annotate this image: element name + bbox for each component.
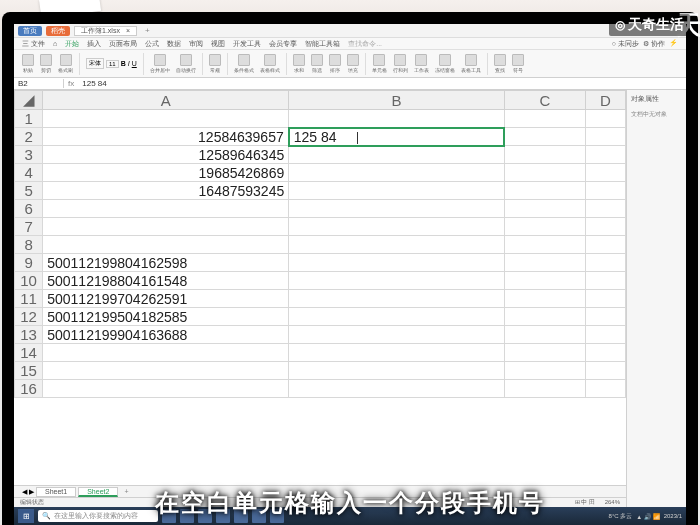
cell[interactable] [504,182,585,200]
tools-icon[interactable] [465,54,477,66]
select-all-corner[interactable]: ◢ [15,91,43,110]
cell[interactable] [585,200,625,218]
cell[interactable] [289,200,505,218]
cell[interactable] [289,254,505,272]
cell[interactable] [504,146,585,164]
cell[interactable] [289,146,505,164]
cell-B2-selected[interactable]: 125 84 [289,128,505,146]
cell-A9[interactable]: 500112199804162598 [43,254,289,272]
sheet-icon[interactable] [415,54,427,66]
cell-A10[interactable]: 500112198804161548 [43,272,289,290]
font-select[interactable]: 宋体 [86,58,104,69]
row-header[interactable]: 4 [15,164,43,182]
format-painter-icon[interactable] [60,54,72,66]
cell[interactable] [504,272,585,290]
cell[interactable] [585,380,625,398]
cell[interactable] [585,344,625,362]
cell[interactable] [43,236,289,254]
cell-icon[interactable] [373,54,385,66]
home-tab[interactable]: 首页 [18,26,42,36]
cell[interactable] [504,128,585,146]
cell[interactable] [585,308,625,326]
menu-data[interactable]: 数据 [167,39,181,49]
workbook-tab[interactable]: 工作簿1.xlsx × [74,26,137,36]
wrap-icon[interactable] [180,54,192,66]
cell[interactable] [504,290,585,308]
cell-A4[interactable]: 19685426869 [43,164,289,182]
filter-icon[interactable] [311,54,323,66]
cell[interactable] [289,272,505,290]
cell[interactable] [585,254,625,272]
cell[interactable] [289,308,505,326]
cell[interactable] [289,326,505,344]
sum-icon[interactable] [293,54,305,66]
cell[interactable] [504,254,585,272]
menu-view[interactable]: 视图 [211,39,225,49]
row-header[interactable]: 13 [15,326,43,344]
row-header[interactable]: 3 [15,146,43,164]
row-header[interactable]: 11 [15,290,43,308]
cell[interactable] [43,344,289,362]
cell[interactable] [504,110,585,128]
row-header[interactable]: 15 [15,362,43,380]
cell[interactable] [585,326,625,344]
cond-format-icon[interactable] [238,54,250,66]
cell[interactable] [504,164,585,182]
menu-home-icon[interactable]: ⌂ [53,40,57,47]
menu-formula[interactable]: 公式 [145,39,159,49]
cell[interactable] [289,380,505,398]
bold-button[interactable]: B [121,60,126,67]
menu-vip[interactable]: 会员专享 [269,39,297,49]
row-header[interactable]: 14 [15,344,43,362]
paste-icon[interactable] [22,54,34,66]
col-header-B[interactable]: B [289,91,505,110]
row-header[interactable]: 9 [15,254,43,272]
row-header[interactable]: 1 [15,110,43,128]
row-header[interactable]: 16 [15,380,43,398]
cell[interactable] [585,290,625,308]
cell[interactable] [585,128,625,146]
cell[interactable] [585,218,625,236]
row-header[interactable]: 2 [15,128,43,146]
menu-search[interactable]: 查找命令... [348,39,382,49]
cell[interactable] [585,164,625,182]
formula-input[interactable]: 125 84 [78,79,686,88]
cell[interactable] [289,218,505,236]
cell-A13[interactable]: 500112199904163688 [43,326,289,344]
col-header-D[interactable]: D [585,91,625,110]
cell[interactable] [504,308,585,326]
menu-file[interactable]: 三 文件 [22,39,45,49]
find-icon[interactable] [494,54,506,66]
col-header-A[interactable]: A [43,91,289,110]
table-style-icon[interactable] [264,54,276,66]
cell[interactable] [504,344,585,362]
row-header[interactable]: 12 [15,308,43,326]
cell[interactable] [585,362,625,380]
cell[interactable] [585,182,625,200]
cut-icon[interactable] [40,54,52,66]
menu-review[interactable]: 审阅 [189,39,203,49]
docer-tab[interactable]: 稻壳 [46,26,70,36]
cell-A5[interactable]: 16487593245 [43,182,289,200]
italic-button[interactable]: I [128,60,130,67]
sync-status[interactable]: ○ 未同步 [612,39,639,49]
cell[interactable] [585,236,625,254]
cell-A12[interactable]: 500112199504182585 [43,308,289,326]
row-header[interactable]: 6 [15,200,43,218]
cell[interactable] [289,344,505,362]
cell[interactable] [585,272,625,290]
menu-smart[interactable]: 智能工具箱 [305,39,340,49]
sort-icon[interactable] [329,54,341,66]
menu-layout[interactable]: 页面布局 [109,39,137,49]
cell[interactable] [585,146,625,164]
freeze-icon[interactable] [439,54,451,66]
fill-icon[interactable] [347,54,359,66]
row-header[interactable]: 10 [15,272,43,290]
merge-icon[interactable] [154,54,166,66]
cell[interactable] [289,236,505,254]
spreadsheet-grid[interactable]: ◢ A B C D 1 212584639657125 84 312589646… [14,90,626,485]
menu-insert[interactable]: 插入 [87,39,101,49]
col-header-C[interactable]: C [504,91,585,110]
row-header[interactable]: 7 [15,218,43,236]
cell[interactable] [504,326,585,344]
